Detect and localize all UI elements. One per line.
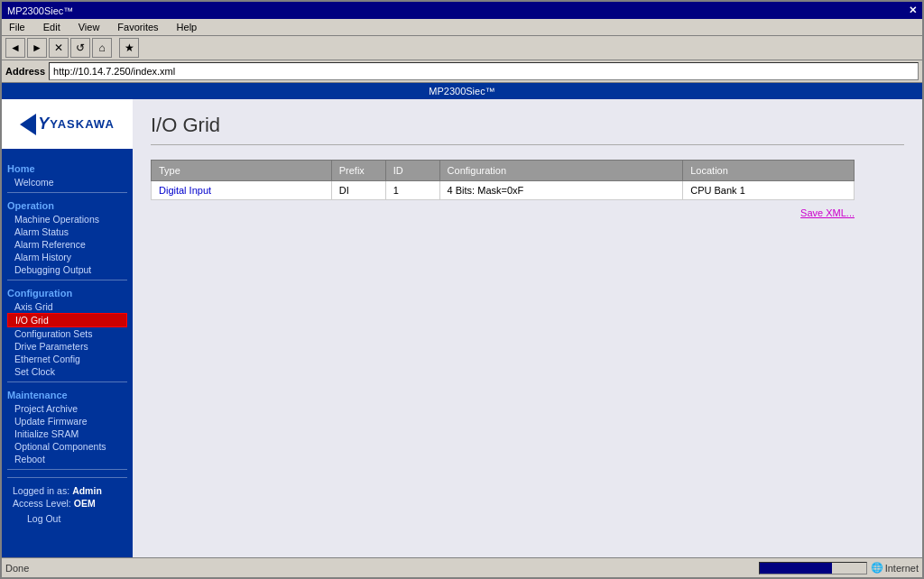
nav-section-home[interactable]: Home <box>7 163 127 174</box>
nav-section-configuration[interactable]: Configuration <box>7 288 127 299</box>
address-input[interactable] <box>49 62 919 80</box>
app-title-text: MP2300Siec™ <box>429 86 494 96</box>
nav-section-maintenance[interactable]: Maintenance <box>7 390 127 400</box>
save-xml-link[interactable]: Save XML... <box>151 207 855 218</box>
nav-section-operation[interactable]: Operation <box>7 200 127 211</box>
cell-configuration: 4 Bits: Mask=0xF <box>439 181 683 200</box>
col-header-prefix: Prefix <box>331 161 385 181</box>
menu-help[interactable]: Help <box>173 21 201 33</box>
internet-label: Internet <box>885 563 919 574</box>
io-grid-table: Type Prefix ID Configuration Location Di… <box>151 160 855 200</box>
logged-in-row: Logged in as: Admin <box>13 485 122 496</box>
sidebar-item-ethernet-config[interactable]: Ethernet Config <box>7 353 127 365</box>
app-title-bar: MP2300Siec™ <box>2 83 922 99</box>
sidebar-item-alarm-history[interactable]: Alarm History <box>7 251 127 263</box>
col-header-id: ID <box>385 161 439 181</box>
access-level-label: Access Level: <box>13 498 71 509</box>
menu-favorites[interactable]: Favorites <box>114 21 162 33</box>
yaskawa-logo: Y YASKAWA <box>20 114 115 135</box>
sidebar-item-initialize-sram[interactable]: Initialize SRAM <box>7 427 127 440</box>
back-button[interactable]: ◄ <box>5 38 25 58</box>
progress-bar <box>759 562 867 574</box>
sidebar-item-debugging-output[interactable]: Debugging Output <box>7 263 127 276</box>
sidebar: Y YASKAWA Home Welcome Operation Machine… <box>2 99 133 557</box>
nav-divider-2 <box>7 280 127 280</box>
sidebar-item-machine-operations[interactable]: Machine Operations <box>7 213 127 225</box>
col-header-type: Type <box>152 161 332 181</box>
table-header-row: Type Prefix ID Configuration Location <box>152 161 855 181</box>
logo-triangle <box>20 114 36 135</box>
sidebar-item-project-archive[interactable]: Project Archive <box>7 402 127 415</box>
address-label: Address <box>5 66 45 77</box>
sidebar-item-io-grid[interactable]: I/O Grid <box>7 313 127 327</box>
main-area: Y YASKAWA Home Welcome Operation Machine… <box>2 99 922 557</box>
sidebar-item-alarm-status[interactable]: Alarm Status <box>7 225 127 238</box>
nav-divider-4 <box>7 469 127 470</box>
sidebar-item-axis-grid[interactable]: Axis Grid <box>7 300 127 313</box>
menu-bar: File Edit View Favorites Help <box>2 19 922 36</box>
cell-prefix: DI <box>331 181 385 200</box>
cell-type: Digital Input <box>152 181 332 200</box>
sidebar-item-reboot[interactable]: Reboot <box>7 453 127 465</box>
status-right: 🌐 Internet <box>759 562 919 574</box>
table-row: Digital Input DI 1 4 Bits: Mask=0xF CPU … <box>152 181 855 200</box>
internet-icon: 🌐 Internet <box>871 562 919 574</box>
sidebar-nav: Home Welcome Operation Machine Operation… <box>2 149 133 539</box>
sidebar-item-alarm-reference[interactable]: Alarm Reference <box>7 238 127 251</box>
progress-fill <box>760 563 832 574</box>
window-title: MP2300Siec™ <box>7 5 73 16</box>
logo-name: YASKAWA <box>50 117 115 131</box>
page-title: I/O Grid <box>151 114 904 145</box>
logo-area: Y YASKAWA <box>2 99 133 149</box>
status-bar: Done 🌐 Internet <box>2 557 922 577</box>
cell-location: CPU Bank 1 <box>683 181 855 200</box>
nav-divider-3 <box>7 381 127 382</box>
menu-file[interactable]: File <box>5 21 29 33</box>
favorites-button[interactable]: ★ <box>119 38 139 58</box>
status-text: Done <box>5 563 29 574</box>
sidebar-item-set-clock[interactable]: Set Clock <box>7 365 127 378</box>
logged-in-label: Logged in as: <box>13 485 69 496</box>
stop-button[interactable]: ✕ <box>49 38 69 58</box>
browser-window: MP2300Siec™ ✕ File Edit View Favorites H… <box>0 0 924 579</box>
logged-in-area: Logged in as: Admin Access Level: OEM Lo… <box>7 477 127 532</box>
sidebar-item-welcome[interactable]: Welcome <box>7 176 127 188</box>
title-bar: MP2300Siec™ ✕ <box>2 2 922 19</box>
type-link[interactable]: Digital Input <box>159 185 211 196</box>
address-bar: Address <box>2 60 922 83</box>
refresh-button[interactable]: ↺ <box>70 38 90 58</box>
access-level-value: OEM <box>74 498 96 509</box>
sidebar-item-config-sets[interactable]: Configuration Sets <box>7 327 127 340</box>
logo-yaskawa: YASKAWA <box>50 117 115 131</box>
close-button[interactable]: ✕ <box>909 5 917 16</box>
cell-id: 1 <box>385 181 439 200</box>
sidebar-item-optional-components[interactable]: Optional Components <box>7 440 127 453</box>
menu-view[interactable]: View <box>75 21 104 33</box>
home-button[interactable]: ⌂ <box>92 38 112 58</box>
access-level-row: Access Level: OEM <box>13 498 122 509</box>
sidebar-item-drive-parameters[interactable]: Drive Parameters <box>7 340 127 353</box>
logo-y: Y <box>38 115 48 133</box>
sidebar-item-update-firmware[interactable]: Update Firmware <box>7 415 127 427</box>
forward-button[interactable]: ► <box>27 38 47 58</box>
col-header-location: Location <box>683 161 855 181</box>
logout-button[interactable]: Log Out <box>27 512 122 525</box>
col-header-configuration: Configuration <box>439 161 683 181</box>
content-area: I/O Grid Type Prefix ID Configuration Lo… <box>133 99 922 557</box>
nav-divider-1 <box>7 192 127 193</box>
logo-text-block: Y <box>38 115 48 133</box>
logged-in-user: Admin <box>72 485 102 496</box>
menu-edit[interactable]: Edit <box>40 21 64 33</box>
toolbar: ◄ ► ✕ ↺ ⌂ ★ <box>2 36 922 60</box>
